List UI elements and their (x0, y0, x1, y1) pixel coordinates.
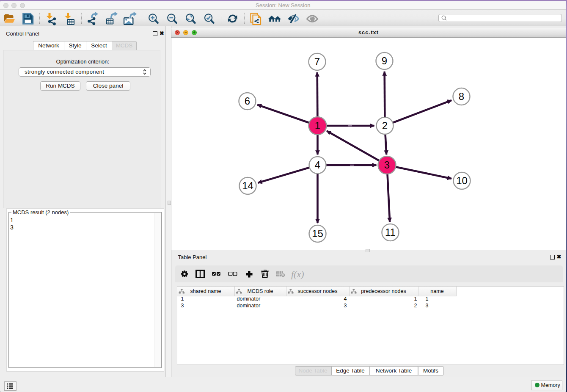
svg-text:7: 7 (314, 56, 319, 67)
svg-text:8: 8 (458, 91, 464, 102)
svg-text:6: 6 (244, 95, 250, 107)
svg-text:9: 9 (381, 55, 387, 66)
svg-text:4: 4 (314, 159, 320, 171)
svg-text:10: 10 (456, 175, 468, 186)
svg-text:11: 11 (385, 226, 396, 238)
svg-text:3: 3 (384, 159, 389, 171)
svg-text:2: 2 (382, 120, 387, 131)
svg-text:14: 14 (242, 180, 253, 191)
svg-text:15: 15 (312, 228, 323, 239)
svg-text:1: 1 (314, 120, 320, 131)
svg-text:f(x): f(x) (291, 269, 304, 279)
